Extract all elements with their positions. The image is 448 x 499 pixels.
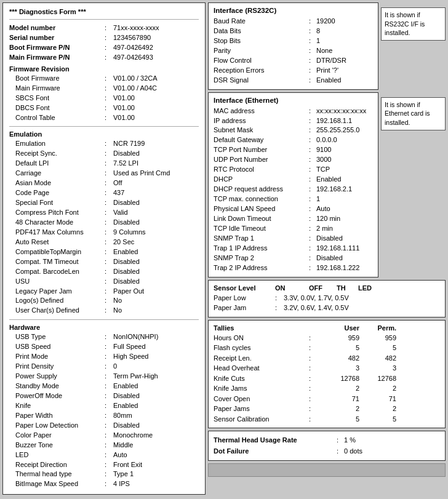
knife-jams-perm: 2 xyxy=(359,383,396,394)
dsr-signal-label: DSR Signal xyxy=(214,76,309,86)
snmp-trap2-row: SNMP Trap 2 : Disabled xyxy=(214,253,373,263)
carriage-value: Used as Print Cmd xyxy=(113,169,199,178)
paper-low-detection-value: Disabled xyxy=(113,421,199,431)
paper-low-detection-label: Paper Low Detection xyxy=(9,421,105,431)
serial-number-row: Serial number : 1234567890 xyxy=(9,33,199,43)
knife-jams-row: Knife Jams : 2 2 xyxy=(214,383,440,394)
ip-address-value: 192.168.1.1 xyxy=(316,116,373,126)
sensor-header: Sensor Level ON OFF TH LED xyxy=(214,284,440,292)
sensor-box: Sensor Level ON OFF TH LED Paper Low : 3… xyxy=(208,280,446,317)
power-supply-label: Power Supply xyxy=(9,372,105,381)
standby-mode-label: Standby Mode xyxy=(9,381,105,391)
char-48-mode-row: 48 Character Mode : Disabled xyxy=(9,218,199,228)
bitimage-max-speed-row: BitImage Max Speed : 4 IPS xyxy=(9,479,199,489)
tcp-idle-timeout-row: TCP Idle Timeout : 2 min xyxy=(214,224,373,234)
dot-failure-label: Dot Failure xyxy=(214,446,337,457)
buzzer-tone-row: Buzzer Tone : Middle xyxy=(9,441,199,450)
ethernet-box: Interface (Ethernet) MAC address : xx:xx… xyxy=(208,92,378,277)
boot-fw-pn-value: 497-0426492 xyxy=(113,43,199,53)
paper-jam-row: Paper Jam : 3.2V, 0.6V, 1.4V, 0.5V xyxy=(214,303,440,313)
control-table-label: Control Table xyxy=(9,113,105,123)
serial-number-value: 1234567890 xyxy=(113,33,199,43)
paper-jams-perm: 2 xyxy=(359,404,396,414)
emulation-row: Emulation : NCR 7199 xyxy=(9,139,199,149)
data-bits-label: Data Bits xyxy=(214,26,309,36)
pdf417-row: PDF417 Max Columns : 9 Columns xyxy=(9,228,199,238)
logos-defined-value: No xyxy=(113,296,199,306)
tcp-port-label: TCP Port Number xyxy=(214,145,309,155)
stop-bits-row: Stop Bits : 1 xyxy=(214,36,373,46)
sensor-calibration-user: 5 xyxy=(316,414,359,425)
boot-fw-value: V01.00 / 32CA xyxy=(113,74,199,84)
sensor-calibration-label: Sensor Calibration xyxy=(214,414,309,425)
head-overheat-user: 3 xyxy=(316,363,359,373)
rtc-protocol-row: RTC Protocol : TCP xyxy=(214,165,373,175)
left-panel: *** Diagnostics Form *** Model number : … xyxy=(2,2,206,495)
baud-rate-value: 19200 xyxy=(316,17,373,26)
main-fw-label: Main Firmware xyxy=(9,84,105,94)
dhcp-request-label: DHCP request address xyxy=(214,185,309,194)
led-value: Auto xyxy=(113,450,199,460)
physical-lan-row: Physical LAN Speed : Auto xyxy=(214,204,373,214)
snmp-trap1-label: SNMP Trap 1 xyxy=(214,234,309,244)
snmp-trap2-value: Disabled xyxy=(316,253,373,263)
hours-on-label: Hours ON xyxy=(214,333,309,343)
dsr-signal-value: Enabled xyxy=(316,76,373,86)
trap1-ip-row: Trap 1 IP Address : 192.168.1.111 xyxy=(214,244,373,253)
asian-mode-row: Asian Mode : Off xyxy=(9,178,199,188)
print-density-value: 0 xyxy=(113,362,199,372)
dsr-signal-row: DSR Signal : Enabled xyxy=(214,76,373,86)
receipt-len-row: Receipt Len. : 482 482 xyxy=(214,353,440,364)
snmp-trap1-value: Disabled xyxy=(316,234,373,244)
subnet-mask-label: Subnet Mask xyxy=(214,126,309,135)
tallies-header: Tallies User Perm. xyxy=(214,324,440,332)
poweroff-mode-value: Disabled xyxy=(113,391,199,401)
compat-tm-timeout-value: Disabled xyxy=(113,257,199,267)
knife-cuts-row: Knife Cuts : 12768 12768 xyxy=(214,373,440,384)
paper-jams-row: Paper Jams : 2 2 xyxy=(214,404,440,414)
tallies-col-user: User xyxy=(316,324,359,332)
boot-fw-pn-row: Boot Firmware P/N : 497-0426492 xyxy=(9,43,199,53)
dhcp-label: DHCP xyxy=(214,175,309,185)
udp-port-value: 3000 xyxy=(316,155,373,165)
baud-rate-row: Baud Rate : 19200 xyxy=(214,17,373,26)
boot-fw-row: Boot Firmware : V01.00 / 32CA xyxy=(9,74,199,84)
stop-bits-value: 1 xyxy=(316,36,373,46)
paper-low-row: Paper Low : 3.3V, 0.0V, 1.7V, 0.5V xyxy=(214,293,440,303)
flow-control-label: Flow Control xyxy=(214,56,309,66)
dhcp-request-row: DHCP request address : 192.168.2.1 xyxy=(214,185,373,194)
cover-open-perm: 71 xyxy=(359,394,396,404)
compat-tm-timeout-row: Compat. TM Timeout : Disabled xyxy=(9,257,199,267)
cover-open-row: Cover Open : 71 71 xyxy=(214,394,440,404)
flash-cycles-row: Flash cycles : 5 5 xyxy=(214,343,440,353)
knife-row: Knife : Enabled xyxy=(9,401,199,411)
sensor-title: Sensor Level xyxy=(214,284,275,292)
thermal-head-type-label: Thermal head type xyxy=(9,469,105,479)
tcp-port-row: TCP Port Number : 9100 xyxy=(214,145,373,155)
color-paper-row: Color Paper : Monochrome xyxy=(9,431,199,441)
usb-type-row: USB Type : NonION(NHPI) xyxy=(9,332,199,342)
flash-cycles-user: 5 xyxy=(316,343,359,353)
power-supply-value: Term Pwr-High xyxy=(113,372,199,381)
user-chars-defined-label: User Char(s) Defined xyxy=(9,306,105,316)
standby-mode-row: Standby Mode : Enabled xyxy=(9,381,199,391)
sensor-col-th: TH xyxy=(337,284,358,292)
head-overheat-perm: 3 xyxy=(359,363,396,373)
tcp-max-conn-row: TCP max. connection : 1 xyxy=(214,194,373,204)
paper-jams-user: 2 xyxy=(316,404,359,414)
legacy-paper-jam-row: Legacy Paper Jam : Paper Out xyxy=(9,287,199,297)
usb-type-value: NonION(NHPI) xyxy=(113,332,199,342)
knife-cuts-perm: 12768 xyxy=(359,373,396,384)
udp-port-label: UDP Port Number xyxy=(214,155,309,165)
dbcs-font-label: DBCS Font xyxy=(9,103,105,113)
model-number-label: Model number xyxy=(9,23,105,33)
buzzer-tone-label: Buzzer Tone xyxy=(9,441,105,450)
poweroff-mode-label: PowerOff Mode xyxy=(9,391,105,401)
compat-barcode-len-row: Compat. BarcodeLen : Disabled xyxy=(9,267,199,277)
user-chars-defined-value: No xyxy=(113,306,199,316)
rs232c-wrapper: Interface (RS232C) Baud Rate : 19200 Dat… xyxy=(208,2,446,90)
compat-top-margin-row: CompatibleTopMargin : Enabled xyxy=(9,247,199,257)
main-fw-row: Main Firmware : V01.00 / A04C xyxy=(9,84,199,94)
paper-width-value: 80mm xyxy=(113,411,199,421)
snmp-trap2-label: SNMP Trap 2 xyxy=(214,253,309,263)
